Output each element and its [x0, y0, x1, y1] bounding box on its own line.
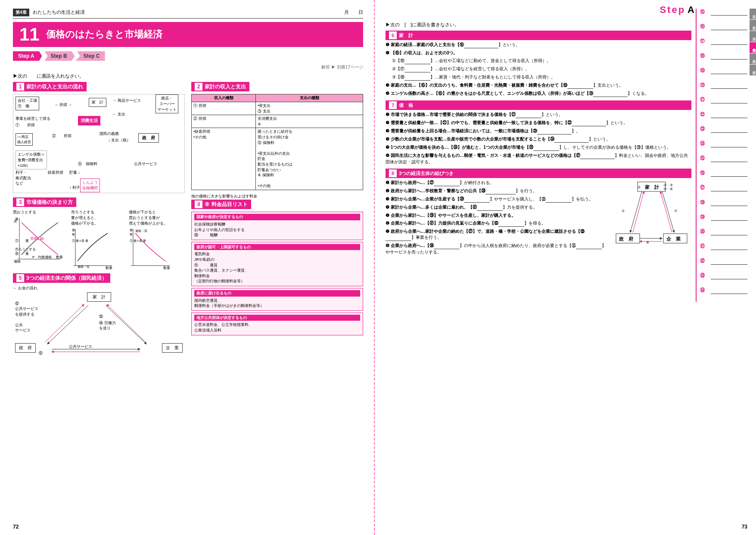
chapter-tag: 第4章	[13, 9, 29, 16]
household-box: 家 計	[89, 98, 106, 107]
section8-num: 8	[389, 169, 397, 177]
blank-19	[567, 82, 593, 89]
section6-header: 6 家 計	[386, 31, 691, 40]
q7-1: ❶ 市場で決まる価格…市場で需要と供給の関係で決まる価格を【㉑ 】という。	[386, 112, 691, 118]
gov-section-4-header: 地方公共団体が決定するもの	[194, 315, 360, 321]
gov-item-5: JRや私鉄の	[194, 257, 360, 263]
gov-item-9: 国内航空運賃、	[194, 298, 360, 303]
right-instruction: ▶次の [ ]に適語を書きなさい。	[386, 22, 691, 28]
chapter-nav-5[interactable]: 第５章	[750, 53, 756, 64]
svg-text:数量: 数量	[106, 266, 112, 270]
gov-item-3: ⑩ 報酬	[194, 232, 360, 238]
section2-number: 2	[195, 83, 202, 91]
table-header-row: 収入の種類 支出の種類	[192, 94, 363, 102]
tax-arrow: ↓ 支出（税）	[108, 138, 131, 143]
answer-line-23: ㉓	[700, 126, 747, 133]
lesson-header: 11 価格のはたらきと市場経済	[13, 22, 363, 47]
chapter-nav-4[interactable]: 第４章	[750, 42, 756, 53]
ans-num-15: ⑮	[700, 9, 711, 15]
ans-blank-34	[711, 287, 747, 294]
section1-number: 1	[16, 83, 24, 91]
section2-header: 2 家計の収入と支出	[191, 82, 249, 91]
section4-header: 4 ⑨ 料金品目リスト	[191, 200, 251, 209]
svg-text:⑦　　量: ⑦ 量	[15, 239, 29, 243]
gov-item-7: 集合バス運賃、タクシー運賃、郵便料金	[194, 268, 360, 278]
answer-line-31: ㉛	[700, 243, 747, 250]
section1: 1 家計の収入と支出の流れ 会社・工場労 働 → 所得 → 家 計 → 商品サー…	[13, 82, 185, 193]
section7-header: 7 価 格	[386, 100, 691, 110]
gov-item-6: ⑪ 運賃	[194, 263, 360, 268]
section5-number: 5	[16, 274, 24, 282]
ans-blank-29	[711, 214, 747, 221]
economy-triangle: 家 計 ③・④ ⑤・⑥ 政 府 企 業	[614, 180, 691, 249]
ans-blank-31	[711, 243, 747, 250]
ans-blank-28	[711, 199, 747, 206]
section5-title: 3つの経済主体の関係（国民経済）	[26, 275, 107, 282]
ans-blank-24	[711, 141, 747, 147]
answer-line-15: ⑮	[700, 9, 747, 16]
lesson-title: 価格のはたらきと市場経済	[46, 28, 162, 41]
blank-17	[404, 66, 430, 72]
section8-title: 3つの経済主体の結びつき	[399, 170, 454, 177]
step-a-button[interactable]: Step A	[13, 51, 42, 61]
ans-num-34: ㉞	[700, 287, 711, 294]
step-b-button[interactable]: Step B	[43, 51, 75, 61]
section6-title: 家 計	[399, 32, 413, 39]
q8-7: ❼ 政府から企業へ…家計や企業の納めた【㉗】で、道路・橋・学校・公園などを企業に…	[386, 228, 610, 241]
answer-line-21: ㉑	[700, 97, 747, 103]
chapter-nav-1[interactable]: 第１章	[750, 9, 756, 19]
gov-section-4: 地方公共団体が決定するもの 公営水道料金、公立学校授業料、公衆浴場入浴料	[191, 313, 363, 335]
company-box: 会社・工場労 働	[16, 97, 39, 110]
ans-blank-18	[711, 53, 747, 59]
q8-3: ❸ 家計から企業へ…企業が生産する【㉙ 】やサービスを購入し、【㉚ 】を払う。	[386, 196, 610, 203]
svg-text:⑦: ⑦	[674, 209, 677, 213]
chapter-nav-6[interactable]: 第６章	[750, 65, 756, 75]
svg-text:②: ②	[638, 185, 641, 189]
ans-num-22: ㉒	[700, 111, 711, 118]
blank-27	[434, 180, 460, 186]
svg-text:政　府: 政 府	[619, 236, 634, 241]
ans-blank-26	[711, 170, 747, 177]
section6: 6 家 計 ❶ 家庭の経済…家庭の収入と支出を【⑮ 】という。 ❷ 【⑮】の収入…	[386, 31, 691, 97]
q8-4: ❹ 家計から企業へ…多くは企業に雇われ、【㉛ 】力を提供する。	[386, 204, 610, 211]
svg-text:価: 価	[72, 228, 75, 232]
ans-num-33: ㉝	[700, 272, 711, 279]
two-col-layout: 1 家計の収入と支出の流れ 会社・工場労 働 → 所得 → 家 計 → 商品サー…	[13, 82, 363, 357]
step-c-button[interactable]: Step C	[76, 51, 105, 61]
ans-blank-21	[711, 97, 747, 103]
income-1: ① 所得	[192, 102, 256, 115]
property-income: 財産所得	[48, 170, 63, 175]
blank-24	[554, 136, 589, 143]
gov-box: 政 府	[138, 133, 159, 143]
ans-blank-15	[711, 9, 747, 16]
answer-line-16: ⑯	[700, 23, 747, 30]
answer-line-34: ㉞	[700, 287, 747, 294]
answer-line-20: ⑳	[700, 82, 747, 89]
interest-back: ↑ 利子	[69, 185, 80, 191]
chapter-nav-2[interactable]: 第２章	[750, 20, 756, 31]
left-page: 第4章 わたしたちの生活と経済 月 日 11 価格のはたらきと市場経済 Step…	[0, 0, 375, 535]
q6-2b: ②【⑰ 】…会社や工場などを経営して得る収入（所得）。	[386, 66, 691, 72]
section3: 3 市場価格の決まり方 買おうとする 量 ⑦ 量 売ろうとする ⑧ 量	[13, 197, 185, 270]
goods-arrow: → 商品サービス	[112, 98, 141, 103]
svg-text:高: 高	[14, 220, 17, 223]
q8-8: ❽ 企業から政府へ…【㉞ 】の中から法人税を政府に納めたり、政府が必要とする【㉟…	[386, 243, 610, 255]
chapter-nav-3[interactable]: 第３章	[750, 31, 756, 42]
gov-item-11: 公営水道料金、公立学校授業料、公衆浴場入浴料	[194, 322, 360, 333]
svg-text:数量: 数量	[56, 255, 62, 259]
shop-box: 商店・スーパーマーケット	[156, 94, 178, 113]
table-row-1: ① 所得 •実支出③ 支出	[192, 102, 363, 115]
q6-4: ❹ エンゲル係数の高さ…【⑮】の豊かさをはかる尺度として、エンゲル係数は収入（所…	[386, 91, 691, 97]
income-arrow: → 所得 →	[54, 102, 72, 108]
economy-arrows	[13, 292, 177, 357]
page-number-right: 73	[742, 523, 747, 531]
svg-text:③・④: ③・④	[663, 183, 673, 187]
gov-item-8: （定期刊行物の郵便料金等）	[194, 278, 360, 284]
svg-text:⑦ 量≺⑧ 量: ⑦ 量≺⑧ 量	[72, 239, 88, 242]
graph1-svg: 量 ⑦ 量 売ろうとする ⑧ 量 価格	[13, 216, 62, 263]
blank-16	[404, 58, 430, 64]
blank-20	[593, 91, 628, 97]
answer-line-24: ㉔	[700, 141, 747, 147]
q7-4: ❹ 少数の大企業が市場を支配…生産や販売で小数の大企業が市場を支配することを【㉔…	[386, 136, 691, 143]
svg-line-43	[660, 191, 672, 232]
